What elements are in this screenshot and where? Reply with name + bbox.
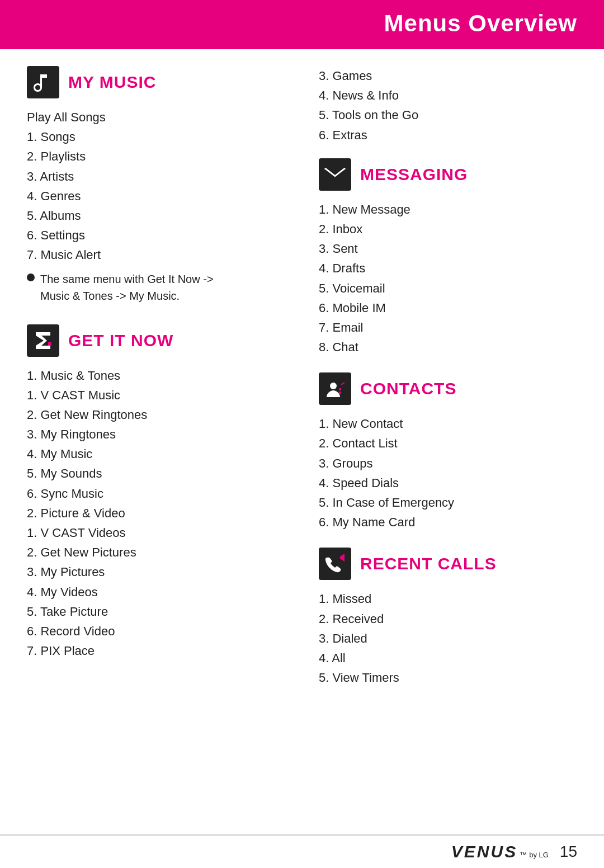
list-item: Play All Songs	[27, 107, 285, 127]
list-item: 7. Music Alert	[27, 245, 285, 265]
list-item: 5. Albums	[27, 206, 285, 225]
list-item: 6. My Name Card	[319, 512, 577, 532]
messaging-section-header: MESSAGING	[319, 158, 577, 191]
list-item: 6. Sync Music	[27, 484, 285, 503]
get-it-now-icon-box	[27, 324, 59, 357]
list-item: 8. Chat	[319, 337, 577, 357]
list-item: 1. Missed	[319, 589, 577, 608]
list-item: 4. My Videos	[27, 582, 285, 602]
get-it-now-list: 1. Music & Tones 1. V CAST Music 2. Get …	[27, 366, 285, 661]
page-number: 15	[560, 843, 577, 861]
svg-rect-4	[339, 391, 341, 394]
my-music-icon-box	[27, 66, 59, 98]
list-item: 2. Received	[319, 609, 577, 629]
list-item: 5. View Timers	[319, 668, 577, 687]
list-item: 2. Contact List	[319, 433, 577, 453]
list-item: 5. In Case of Emergency	[319, 493, 577, 512]
list-item: 4. Speed Dials	[319, 473, 577, 493]
list-item: 6. Mobile IM	[319, 298, 577, 318]
list-item: 6. Record Video	[27, 621, 285, 641]
list-item: 5. Take Picture	[27, 602, 285, 621]
list-item: 5. Voicemail	[319, 279, 577, 298]
list-item: 2. Get New Pictures	[27, 542, 285, 562]
get-it-now-title: GET IT NOW	[68, 331, 173, 350]
contacts-icon-box	[319, 372, 351, 405]
list-item: 4. Genres	[27, 186, 285, 206]
messaging-title: MESSAGING	[360, 165, 468, 184]
page-title: Menus Overview	[384, 10, 577, 36]
list-item: 3. Sent	[319, 239, 577, 258]
list-item: 1. Songs	[27, 127, 285, 147]
right-column: 3. Games 4. News & Info 5. Tools on the …	[308, 66, 577, 692]
list-item: 5. Tools on the Go	[319, 105, 577, 125]
list-item: 5. My Sounds	[27, 464, 285, 483]
list-item: 4. My Music	[27, 444, 285, 464]
list-item: 4. Drafts	[319, 258, 577, 278]
list-item: 6. Extras	[319, 125, 577, 145]
list-item: 1. V CAST Music	[27, 385, 285, 405]
list-item: 7. Email	[319, 318, 577, 337]
my-music-title: MY MUSIC	[68, 73, 156, 92]
my-music-note: The same menu with Get It Now ->Music & …	[27, 271, 285, 304]
list-item: 4. News & Info	[319, 86, 577, 105]
messaging-list: 1. New Message 2. Inbox 3. Sent 4. Draft…	[319, 200, 577, 357]
recent-calls-icon-box	[319, 548, 351, 580]
messaging-icon	[324, 167, 346, 182]
list-item: 2. Picture & Video	[27, 503, 285, 523]
list-item: 7. PIX Place	[27, 641, 285, 661]
list-item: 2. Playlists	[27, 147, 285, 166]
list-item: 2. Get New Ringtones	[27, 405, 285, 424]
contacts-icon	[324, 378, 346, 399]
music-note-icon	[32, 72, 54, 93]
get-it-now-extra-list: 3. Games 4. News & Info 5. Tools on the …	[319, 66, 577, 145]
list-item: 3. My Pictures	[27, 562, 285, 582]
list-item: 1. New Message	[319, 200, 577, 219]
my-music-section-header: MY MUSIC	[27, 66, 285, 98]
page-header: Menus Overview	[0, 0, 604, 47]
list-item: 3. Games	[319, 66, 577, 86]
list-item: 3. Artists	[27, 167, 285, 186]
list-item: 1. Music & Tones	[27, 366, 285, 385]
recent-calls-list: 1. Missed 2. Received 3. Dialed 4. All 5…	[319, 589, 577, 687]
list-item: 4. All	[319, 648, 577, 668]
recent-calls-section-header: RECENT CALLS	[319, 548, 577, 580]
list-item: 6. Settings	[27, 225, 285, 245]
list-item: 1. V CAST Videos	[27, 523, 285, 542]
svg-rect-0	[48, 342, 51, 346]
footer-logo: VENUS ™ by LG	[451, 842, 549, 861]
list-item: 3. My Ringtones	[27, 424, 285, 444]
my-music-list: Play All Songs 1. Songs 2. Playlists 3. …	[27, 107, 285, 265]
contacts-section-header: CONTACTS	[319, 372, 577, 405]
left-column: MY MUSIC Play All Songs 1. Songs 2. Play…	[27, 66, 308, 692]
main-content: MY MUSIC Play All Songs 1. Songs 2. Play…	[0, 49, 604, 709]
svg-point-3	[330, 383, 337, 389]
trademark-symbol: ™	[520, 851, 527, 859]
by-lg-text: by LG	[529, 851, 549, 859]
bullet-icon	[27, 273, 35, 281]
page-footer: VENUS ™ by LG 15	[0, 834, 604, 868]
list-item: 1. New Contact	[319, 414, 577, 433]
contacts-title: CONTACTS	[360, 379, 456, 398]
venus-logo-text: VENUS	[451, 842, 517, 861]
recent-calls-title: RECENT CALLS	[360, 554, 497, 573]
contacts-list: 1. New Contact 2. Contact List 3. Groups…	[319, 414, 577, 532]
list-item: 3. Dialed	[319, 629, 577, 648]
list-item: 3. Groups	[319, 454, 577, 473]
svg-rect-5	[339, 388, 341, 390]
get-it-now-icon	[32, 330, 54, 351]
get-it-now-section-header: GET IT NOW	[27, 324, 285, 357]
messaging-icon-box	[319, 158, 351, 191]
list-item: 2. Inbox	[319, 219, 577, 239]
recent-calls-icon	[323, 553, 347, 574]
